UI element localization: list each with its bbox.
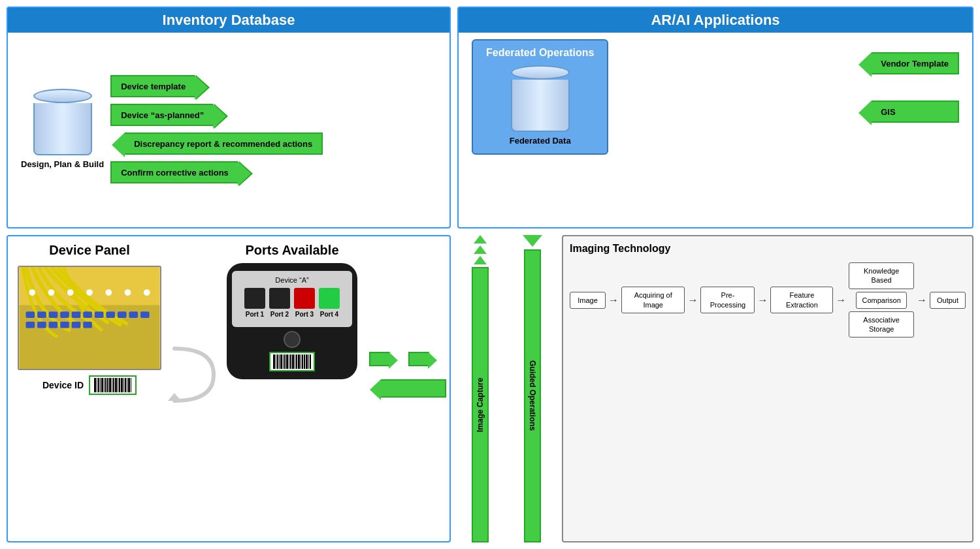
image-capture-label: Image Capture [472,267,489,542]
bar [118,378,118,392]
svg-rect-2 [26,311,35,318]
bar [119,378,120,392]
svg-rect-17 [72,322,81,328]
right-column: AR/AI Applications Federated Operations … [457,7,973,542]
bar [97,378,97,392]
flow-comparison: Comparison [856,292,906,309]
bar [302,354,303,369]
cylinder-top [33,89,92,103]
arrow-right-1: Device template [110,75,195,97]
device-id-row: Device ID [42,375,137,395]
ar-content: Federated Operations Federated Data Vend… [459,33,972,226]
device-panel-title: Device Panel [49,243,129,258]
vendor-arrow: Vendor Template [872,52,959,74]
bottom-right: Image Capture Guided Operations Imaging … [457,235,973,542]
guided-arrow-head [523,235,542,247]
flow-container: Image → Acquiring of Image → Pre-Process… [570,262,966,337]
bar [289,354,289,369]
db-cylinder: Design, Plan & Build [21,89,104,170]
svg-rect-11 [129,311,138,318]
vendor-gis-area: Vendor Template GIS [857,39,959,123]
bar [123,378,124,392]
svg-rect-12 [140,311,150,318]
inventory-section: Inventory Database Design, Plan & Build … [7,7,451,228]
bar [112,378,112,392]
port-square-4 [319,288,340,309]
svg-rect-15 [49,322,58,328]
svg-rect-4 [49,311,58,318]
svg-point-20 [48,289,55,296]
arrows-area: Device template Device “as-planned” Disc… [104,75,436,183]
small-arrow-1 [474,235,487,243]
bar [109,378,111,392]
svg-point-23 [105,289,112,296]
left-column: Inventory Database Design, Plan & Build … [7,7,451,542]
svg-rect-5 [60,311,69,318]
flow-arrow-1: → [608,294,619,306]
arrow-right-3: Confirm corrective actions [110,161,238,183]
fed-db-label: Federated Data [510,136,571,147]
vertical-guided-ops: Guided Operations [510,235,555,542]
vertical-image-capture: Image Capture [457,235,503,542]
barcode-box-panel [89,375,137,395]
device-panel-content: Device Panel [8,236,449,512]
bar [283,354,284,369]
phone-barcode [269,352,315,371]
flow-output: Output [930,292,966,309]
arrow-pair-1 [369,352,446,366]
bar [107,378,108,392]
svg-point-21 [67,289,74,296]
port-square-3 [294,288,315,309]
arrow-left-1: Discrepancy report & recommended actions [125,133,323,155]
cylinder-body [33,103,92,155]
inventory-title: Inventory Database [163,12,295,28]
ports-title: Ports Available [245,243,338,258]
port-label-2: Port 2 [270,311,289,318]
svg-marker-26 [168,393,181,401]
device-panel-section: Device Panel [7,235,451,542]
arrow-label-3: Discrepancy report & recommended actions [134,139,312,149]
knowledge-based-box: Knowledge Based [849,262,914,289]
svg-point-19 [29,289,35,296]
bar [131,378,131,392]
port-col-2: Port 2 [269,288,290,318]
phone-device-label: Device “A” [237,276,347,284]
federated-box: Federated Operations Federated Data [472,39,608,155]
db-label: Design, Plan & Build [21,159,104,170]
flow-main: Image → Acquiring of Image → Pre-Process… [570,262,966,337]
svg-rect-7 [83,311,92,318]
flow-feature: Feature Extraction [770,287,833,313]
h-connection-arrows [369,243,446,506]
bar [290,354,291,369]
imaging-box: Imaging Technology Image → Acquiring of … [562,235,973,542]
svg-point-22 [86,289,93,296]
ar-title: AR/AI Applications [651,12,779,28]
federated-title: Federated Operations [486,47,594,59]
port-square-1 [244,288,265,309]
flow-arrow-5: → [917,294,927,306]
federated-cylinder: Federated Data [504,65,576,147]
bar [292,354,294,369]
device-id-label: Device ID [42,380,84,390]
flow-image: Image [570,292,606,309]
bar [277,354,278,369]
bar [127,378,127,392]
curve-arrow-area [168,243,220,506]
bar [298,354,300,369]
phone-home-button [284,331,301,348]
svg-rect-14 [37,322,46,328]
small-arrow-2 [474,245,487,254]
bar [295,354,295,369]
bar [104,378,105,392]
arrow-label-1: Device template [121,82,186,91]
bar [276,354,276,369]
gis-label: GIS [881,107,895,117]
fed-cylinder-body [511,80,570,132]
bar [280,354,282,369]
imaging-title: Imaging Technology [570,243,966,255]
inventory-header: Inventory Database [8,8,449,33]
bar [128,378,130,392]
svg-rect-9 [106,311,115,318]
arrow-label-2: Device “as-planned” [121,110,204,120]
bar [306,354,308,369]
